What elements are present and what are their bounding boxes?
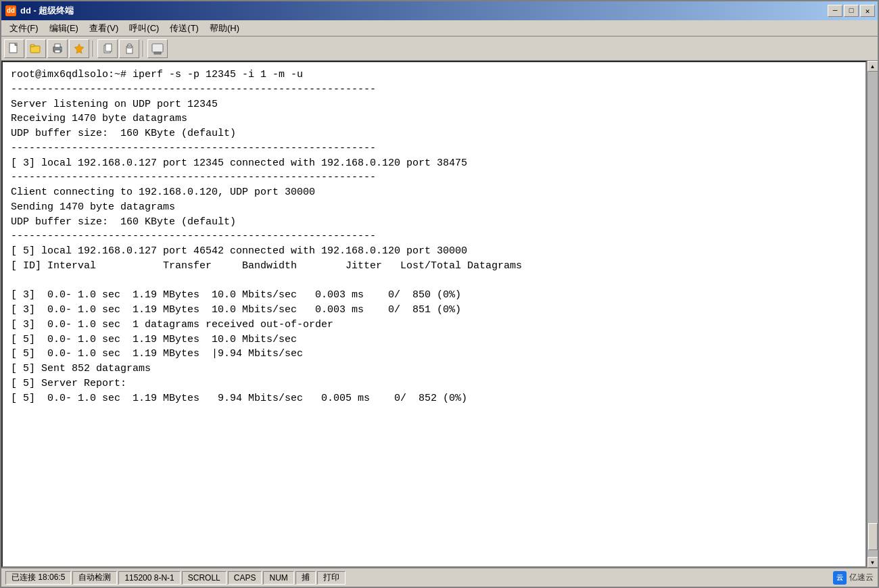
menu-edit[interactable]: 编辑(E) [44,21,84,36]
print-status: 打印 [317,571,346,585]
menubar: 文件(F) 编辑(E) 查看(V) 呼叫(C) 传送(T) 帮助(H) [1,20,878,36]
new-button[interactable] [4,39,24,58]
capture-status: 捕 [295,571,316,585]
window-controls: ─ □ ✕ [828,5,875,17]
copy-button[interactable] [97,39,118,58]
print-button[interactable] [47,39,68,58]
scroll-up-button[interactable]: ▲ [868,61,878,72]
svg-rect-13 [128,44,131,46]
menu-help[interactable]: 帮助(H) [204,21,245,36]
scroll-down-button[interactable]: ▼ [868,557,878,568]
statusbar: 已连接 18:06:5 自动检测 115200 8-N-1 SCROLL CAP… [1,568,878,587]
scroll-thumb[interactable] [868,523,878,550]
sep2 [143,41,144,57]
scrollbar[interactable]: ▲ ▼ [867,61,878,568]
titlebar-left: dd dd - 超级终端 [5,5,74,17]
connection-status: 已连接 18:06:5 [5,571,71,585]
maximize-button[interactable]: □ [844,5,859,17]
menu-call[interactable]: 呼叫(C) [124,21,164,36]
toolbar [1,36,878,61]
svg-rect-7 [55,50,60,53]
window-title: dd - 超级终端 [20,5,74,17]
baud-status: 115200 8-N-1 [118,571,180,585]
sep1 [93,41,94,57]
menu-view[interactable]: 查看(V) [84,21,124,36]
menu-transfer[interactable]: 传送(T) [164,21,204,36]
terminal-container: root@imx6qdlsolo:~# iperf -s -p 12345 -i… [1,61,878,568]
menu-file[interactable]: 文件(F) [4,21,44,36]
logo-icon: 云 [833,571,847,585]
svg-rect-10 [105,44,112,51]
scroll-track[interactable] [868,72,878,557]
app-icon: dd [5,5,16,16]
terminal-output[interactable]: root@imx6qdlsolo:~# iperf -s -p 12345 -i… [1,61,867,568]
close-button[interactable]: ✕ [860,5,875,17]
logo: 云 亿速云 [833,571,874,585]
titlebar: dd dd - 超级终端 ─ □ ✕ [1,1,878,20]
main-window: dd dd - 超级终端 ─ □ ✕ 文件(F) 编辑(E) 查看(V) 呼叫(… [0,0,879,588]
svg-rect-18 [154,52,161,54]
detect-status: 自动检测 [72,571,117,585]
scroll-status: SCROLL [182,571,227,585]
svg-rect-6 [55,44,60,47]
caps-status: CAPS [228,571,262,585]
svg-rect-8 [60,48,62,49]
open-button[interactable] [26,39,46,58]
properties-button[interactable] [69,39,89,58]
svg-rect-4 [30,45,34,47]
paste-button[interactable] [119,39,139,58]
config-button[interactable] [147,39,168,58]
minimize-button[interactable]: ─ [828,5,842,17]
num-status: NUM [263,571,293,585]
